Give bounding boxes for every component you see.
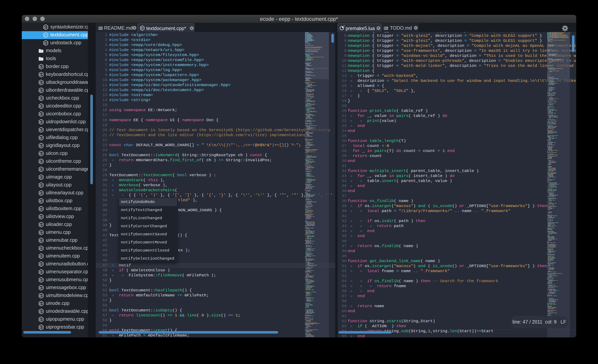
- svg-text:C: C: [40, 239, 42, 242]
- svg-text:+: +: [46, 42, 48, 44]
- svg-text:C: C: [40, 302, 42, 305]
- svg-text:C: C: [44, 33, 46, 37]
- svg-text:C: C: [40, 247, 42, 250]
- svg-text:C: C: [40, 191, 42, 195]
- svg-text:C: C: [44, 41, 46, 45]
- svg-text:+: +: [42, 89, 43, 91]
- svg-text:C: C: [40, 152, 42, 155]
- svg-text:C: C: [40, 278, 42, 281]
- svg-text:+: +: [42, 294, 43, 297]
- svg-text:+: +: [42, 231, 43, 233]
- svg-text:C: C: [40, 112, 42, 116]
- svg-text:C: C: [40, 294, 42, 297]
- svg-text:+: +: [42, 302, 43, 305]
- svg-text:+: +: [46, 26, 48, 28]
- svg-text:C: C: [40, 89, 42, 92]
- svg-text:+: +: [42, 326, 43, 328]
- svg-text:+: +: [42, 168, 43, 170]
- svg-text:C: C: [40, 231, 42, 234]
- svg-text:C: C: [40, 318, 42, 321]
- svg-text:+: +: [42, 97, 43, 99]
- svg-text:+: +: [42, 287, 43, 289]
- svg-text:C: C: [44, 26, 46, 29]
- svg-text:C: C: [40, 128, 42, 132]
- svg-text:+: +: [42, 81, 43, 83]
- svg-text:+: +: [143, 27, 144, 29]
- svg-text:C: C: [40, 223, 42, 226]
- svg-text:C: C: [141, 27, 143, 30]
- svg-text:+: +: [42, 152, 43, 155]
- svg-text:+: +: [42, 200, 43, 202]
- svg-text:+: +: [42, 144, 43, 147]
- svg-text:+: +: [42, 247, 43, 249]
- svg-text:+: +: [42, 113, 43, 115]
- svg-text:C: C: [40, 270, 42, 274]
- svg-text:+: +: [42, 192, 43, 194]
- svg-text:+: +: [42, 223, 43, 225]
- svg-text:C: C: [40, 160, 42, 163]
- svg-text:+: +: [42, 66, 43, 68]
- svg-text:C: C: [40, 326, 42, 329]
- svg-text:+: +: [46, 34, 48, 36]
- svg-text:C: C: [40, 310, 42, 313]
- svg-text:C: C: [40, 255, 42, 258]
- svg-text:C: C: [40, 215, 42, 218]
- svg-text:C: C: [40, 120, 42, 124]
- svg-text:+: +: [42, 73, 43, 75]
- svg-text:C: C: [40, 207, 42, 210]
- svg-text:C: C: [40, 176, 42, 179]
- svg-text:+: +: [42, 279, 43, 281]
- svg-text:+: +: [42, 137, 43, 139]
- svg-text:C: C: [40, 199, 42, 203]
- svg-text:+: +: [42, 255, 43, 257]
- svg-text:C: C: [40, 97, 42, 100]
- svg-text:+: +: [42, 208, 43, 210]
- svg-text:C: C: [40, 105, 42, 108]
- svg-text:+: +: [42, 105, 43, 107]
- svg-text:C: C: [40, 65, 42, 68]
- svg-text:C: C: [40, 286, 42, 290]
- svg-text:C: C: [40, 81, 42, 84]
- svg-text:+: +: [42, 318, 43, 320]
- svg-text:+: +: [42, 263, 43, 265]
- svg-text:+: +: [42, 160, 43, 162]
- svg-text:+: +: [42, 239, 43, 241]
- svg-text:C: C: [40, 183, 42, 187]
- svg-text:+: +: [42, 184, 43, 186]
- svg-text:C: C: [40, 144, 42, 147]
- svg-text:+: +: [42, 310, 43, 312]
- svg-text:+: +: [42, 121, 43, 123]
- svg-text:C: C: [40, 168, 42, 171]
- svg-text:C: C: [40, 136, 42, 140]
- svg-text:+: +: [42, 271, 43, 273]
- svg-text:C: C: [40, 73, 42, 76]
- svg-text:+: +: [42, 176, 43, 178]
- svg-text:+: +: [42, 129, 43, 131]
- svg-text:C: C: [40, 263, 42, 266]
- svg-text:+: +: [42, 215, 43, 218]
